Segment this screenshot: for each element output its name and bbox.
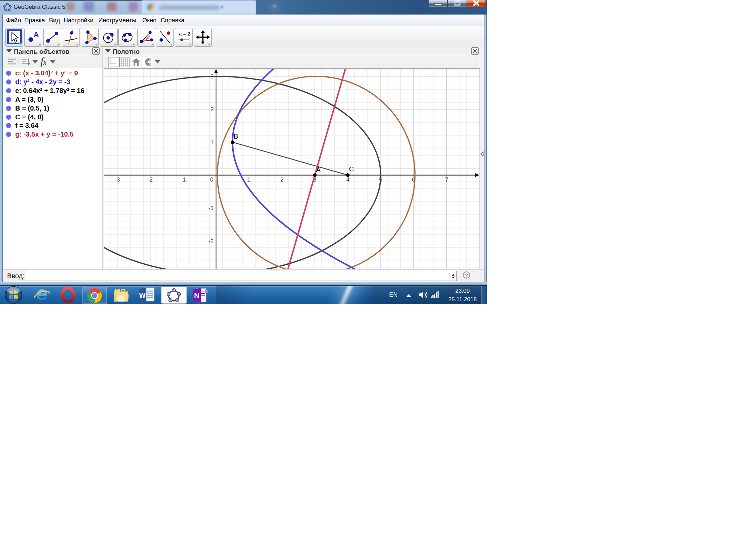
svg-text:-2: -2 bbox=[147, 176, 152, 183]
svg-text:a = 2: a = 2 bbox=[179, 31, 190, 37]
svg-text:-1: -1 bbox=[209, 205, 214, 211]
svg-text:α: α bbox=[147, 34, 150, 40]
svg-text:-3: -3 bbox=[115, 176, 120, 183]
svg-text:A: A bbox=[316, 166, 321, 173]
svg-text:B: B bbox=[234, 133, 238, 140]
svg-text:4: 4 bbox=[346, 176, 349, 183]
svg-text:-2: -2 bbox=[209, 238, 214, 244]
svg-text:1: 1 bbox=[211, 139, 214, 146]
svg-text:A: A bbox=[33, 30, 39, 39]
svg-text:2: 2 bbox=[211, 106, 214, 113]
svg-text:7: 7 bbox=[445, 176, 448, 183]
svg-text:W: W bbox=[139, 291, 145, 299]
svg-text:N: N bbox=[194, 291, 199, 300]
svg-text:-1: -1 bbox=[181, 176, 186, 183]
svg-text:0: 0 bbox=[210, 176, 213, 183]
svg-text:2: 2 bbox=[280, 176, 283, 183]
svg-text:C: C bbox=[349, 165, 354, 173]
svg-text:1: 1 bbox=[247, 176, 250, 183]
